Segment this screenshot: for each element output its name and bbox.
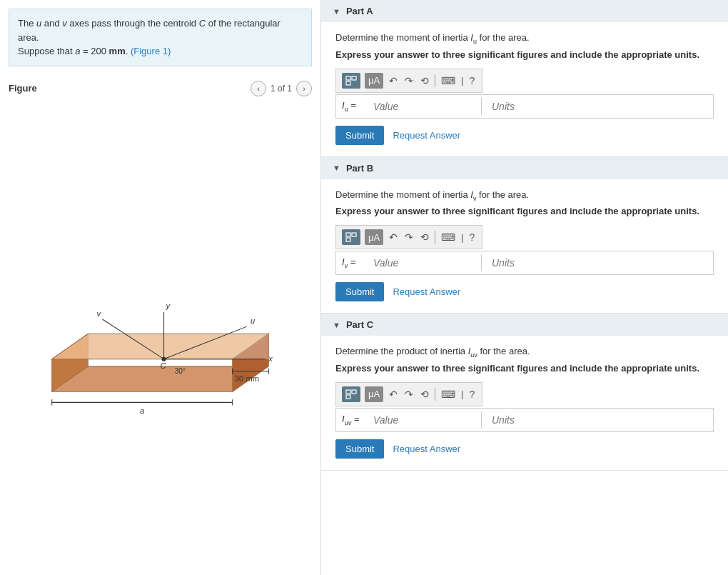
svg-rect-29 [346,238,350,241]
part-a-value-input[interactable] [368,98,482,115]
part-a-instruction2: Express your answer to three significant… [335,49,714,60]
part-c-redo-btn[interactable]: ↷ [403,389,415,400]
part-b-instruction1: Determine the moment of inertia Iv for t… [335,189,714,202]
svg-rect-30 [346,390,350,394]
svg-text:30°: 30° [175,366,186,374]
part-c-help-btn[interactable]: ? [467,389,476,400]
part-a-section: ▼ Part A Determine the moment of inertia… [321,0,728,157]
part-a-instruction1: Determine the moment of inertia Iu for t… [335,32,714,45]
part-b-answer-row: Iv = [335,251,714,275]
svg-text:y: y [166,301,171,309]
svg-rect-27 [346,233,350,236]
part-a-mu-btn[interactable]: μA [365,73,383,89]
part-b-arrow: ▼ [333,164,340,172]
figure-header: Figure ‹ 1 of 1 › [9,81,312,96]
part-a-answer-label: Iu = [342,100,363,113]
part-c-mu-btn[interactable]: μA [365,386,383,402]
part-c-section: ▼ Part C Determine the product of inerti… [321,314,728,471]
svg-text:30 mm: 30 mm [235,374,259,383]
part-c-sep [435,388,435,401]
part-a-matrix-btn[interactable] [342,73,360,89]
part-c-pipe: | [461,389,463,399]
part-b-action-row: Submit Request Answer [335,282,714,301]
right-panel: ▼ Part A Determine the moment of inertia… [321,0,728,575]
part-b-toolbar: μA ↶ ↷ ⟲ ⌨ | ? [335,225,482,249]
part-c-action-row: Submit Request Answer [335,439,714,459]
part-b-matrix-btn[interactable] [342,229,360,245]
part-b-value-input[interactable] [368,254,482,271]
part-a-content: Determine the moment of inertia Iu for t… [321,22,728,156]
figure-area: Figure ‹ 1 of 1 › [0,75,320,576]
part-a-action-row: Submit Request Answer [335,126,714,145]
description-text: The u and v axes pass through the centro… [18,18,280,56]
next-figure-button[interactable]: › [296,81,312,96]
part-c-matrix-btn[interactable] [342,386,360,402]
part-a-answer-row: Iu = [335,94,714,119]
svg-text:u: u [251,316,255,325]
part-c-value-input[interactable] [368,411,482,429]
part-c-title: Part C [346,319,373,330]
part-a-sep [435,74,435,87]
left-panel: The u and v axes pass through the centro… [0,0,321,575]
part-c-answer-row: Iuv = [335,408,714,432]
part-c-arrow: ▼ [333,321,340,329]
part-b-undo-btn[interactable]: ↶ [388,231,399,243]
part-c-request-answer-link[interactable]: Request Answer [393,444,460,454]
figure-link[interactable]: (Figure 1) [131,46,171,56]
part-a-kbd-btn[interactable]: ⌨ [440,75,457,86]
part-c-header[interactable]: ▼ Part C [321,314,728,336]
part-b-title: Part B [346,163,373,174]
part-a-help-btn[interactable]: ? [467,75,476,86]
part-c-refresh-btn[interactable]: ⟲ [419,389,430,400]
part-a-refresh-btn[interactable]: ⟲ [419,75,430,86]
problem-description: The u and v axes pass through the centro… [9,9,312,66]
part-a-title: Part A [346,6,373,16]
prev-figure-button[interactable]: ‹ [251,81,266,96]
part-b-request-answer-link[interactable]: Request Answer [393,286,460,297]
part-a-redo-btn[interactable]: ↷ [403,75,415,86]
part-b-kbd-btn[interactable]: ⌨ [440,231,457,243]
part-b-header[interactable]: ▼ Part B [321,157,728,179]
part-a-request-answer-link[interactable]: Request Answer [393,130,460,141]
part-c-toolbar: μA ↶ ↷ ⟲ ⌨ | ? [335,382,482,406]
svg-rect-26 [346,81,350,85]
part-b-mu-btn[interactable]: μA [365,229,383,245]
svg-text:C: C [161,361,167,369]
part-c-undo-btn[interactable]: ↶ [388,389,399,400]
part-c-instruction1: Determine the product of inertia Iuv for… [335,346,714,359]
part-b-redo-btn[interactable]: ↷ [403,231,415,243]
part-b-answer-label: Iv = [342,256,363,269]
figure-nav: ‹ 1 of 1 › [251,81,312,96]
svg-rect-25 [352,76,356,80]
part-b-refresh-btn[interactable]: ⟲ [419,231,430,243]
part-a-pipe: | [461,75,463,86]
part-a-toolbar: μA ↶ ↷ ⟲ ⌨ | ? [335,69,482,93]
part-b-pipe: | [461,232,463,243]
svg-rect-32 [346,395,350,399]
part-b-help-btn[interactable]: ? [467,231,476,243]
part-b-section: ▼ Part B Determine the moment of inertia… [321,157,728,314]
part-c-submit-button[interactable]: Submit [335,439,384,459]
figure-title: Figure [9,83,37,94]
part-c-kbd-btn[interactable]: ⌨ [440,389,457,400]
part-a-units-input[interactable] [486,98,572,115]
part-a-undo-btn[interactable]: ↶ [388,75,399,86]
svg-rect-28 [352,233,356,236]
svg-rect-24 [346,76,350,80]
part-a-header[interactable]: ▼ Part A [321,0,728,22]
part-b-units-input[interactable] [486,254,572,271]
part-a-arrow: ▼ [333,7,340,16]
part-b-sep [435,231,435,244]
svg-text:x: x [268,354,273,362]
svg-text:a: a [140,406,144,414]
part-c-answer-label: Iuv = [342,414,363,426]
part-b-submit-button[interactable]: Submit [335,282,384,301]
part-b-instruction2: Express your answer to three significant… [335,206,714,216]
figure-canvas: 30 mm a C 30° x y u [9,101,312,567]
part-c-content: Determine the product of inertia Iuv for… [321,336,728,470]
svg-rect-31 [352,390,356,394]
part-a-submit-button[interactable]: Submit [335,126,384,145]
part-c-units-input[interactable] [486,411,572,429]
figure-svg: 30 mm a C 30° x y u [9,101,312,567]
svg-marker-4 [88,334,268,359]
